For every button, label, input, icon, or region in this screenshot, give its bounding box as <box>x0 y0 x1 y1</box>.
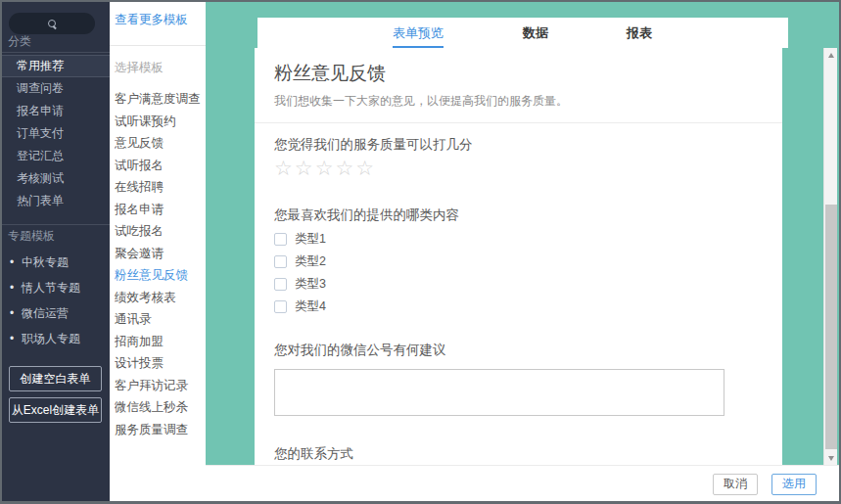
template-list-item[interactable]: 设计投票 <box>115 352 206 375</box>
suggestion-textarea[interactable] <box>274 369 724 416</box>
template-list-item[interactable]: 绩效考核表 <box>115 287 206 309</box>
topics-heading: 专题模板 <box>8 226 104 246</box>
scrollbar-thumb[interactable] <box>825 205 837 449</box>
template-list-item[interactable]: 客户拜访记录 <box>115 375 206 397</box>
sidebar-item-topic[interactable]: 职场人专题 <box>2 326 110 351</box>
checkbox-options: 类型1 类型2 类型3 <box>274 232 763 315</box>
app-window: 分类 常用推荐 调查问卷 报名申请 订单支付 登记汇总 考核测试 热门表单 专题… <box>0 0 841 504</box>
template-list-divider <box>110 45 206 46</box>
star-icon[interactable]: ☆ <box>274 157 295 179</box>
category-nav: 常用推荐 调查问卷 报名申请 订单支付 登记汇总 考核测试 热门表单 <box>2 55 110 212</box>
sidebar-item-category[interactable]: 常用推荐 <box>2 55 110 77</box>
select-template-label: 选择模板 <box>115 58 164 77</box>
star-rating-widget: ☆☆☆☆☆ <box>274 157 763 182</box>
checkbox-icon[interactable] <box>274 300 287 313</box>
template-list-item[interactable]: 粉丝意见反馈 <box>115 264 206 287</box>
template-list-item[interactable]: 通讯录 <box>115 308 206 331</box>
checkbox-option[interactable]: 类型4 <box>274 299 763 315</box>
view-more-templates-link[interactable]: 查看更多模板 <box>115 10 188 29</box>
star-icon[interactable]: ☆ <box>295 157 315 179</box>
form-header-divider <box>255 122 782 123</box>
checkbox-option[interactable]: 类型1 <box>274 232 763 248</box>
preview-pane: 表单预览 数据 报表 粉丝意见反馈 我们想收集一下大家的意见，以便提高我们的服务… <box>206 2 839 465</box>
sidebar-item-category[interactable]: 调查问卷 <box>2 77 110 100</box>
tab-report[interactable]: 报表 <box>614 18 665 48</box>
star-icon[interactable]: ☆ <box>355 157 376 179</box>
categories-heading: 分类 <box>8 31 104 51</box>
sidebar-item-topic[interactable]: 中秋专题 <box>2 250 110 275</box>
template-list-item[interactable]: 招商加盟 <box>115 331 206 353</box>
form-description: 我们想收集一下大家的意见，以便提高我们的服务质量。 <box>274 93 763 110</box>
template-list-item[interactable]: 聚会邀请 <box>115 243 206 265</box>
template-list-item[interactable]: 服务质量调查 <box>115 419 206 441</box>
tab-form-preview[interactable]: 表单预览 <box>377 18 459 48</box>
template-list-item[interactable]: 意见反馈 <box>115 132 206 155</box>
sidebar-item-category[interactable]: 报名申请 <box>2 100 110 122</box>
template-list-item[interactable]: 客户满意度调查 <box>115 88 206 111</box>
template-list-panel: 查看更多模板 选择模板 客户满意度调查 试听课预约 意见反馈 试听报名 在线招聘… <box>110 2 206 501</box>
question-textarea: 您对我们的微信公号有何建议 <box>274 342 763 420</box>
sidebar-item-category[interactable]: 考核测试 <box>2 167 110 190</box>
create-blank-form-button[interactable]: 创建空白表单 <box>9 366 102 391</box>
question-label: 您最喜欢我们的提供的哪类内容 <box>274 206 763 224</box>
question-label: 您的联系方式 <box>274 445 763 463</box>
question-label: 您觉得我们的服务质量可以打几分 <box>274 136 763 154</box>
preview-tabbar: 表单预览 数据 报表 <box>257 18 788 48</box>
sidebar-item-topic[interactable]: 情人节专题 <box>2 275 110 300</box>
sidebar-item-category[interactable]: 订单支付 <box>2 122 110 145</box>
category-sidebar: 分类 常用推荐 调查问卷 报名申请 订单支付 登记汇总 考核测试 热门表单 专题… <box>2 2 110 501</box>
preview-scrollbar[interactable] <box>823 48 837 465</box>
question-rating: 您觉得我们的服务质量可以打几分 ☆☆☆☆☆ <box>274 136 763 182</box>
sidebar-item-topic[interactable]: 微信运营 <box>2 300 110 326</box>
apply-button[interactable]: 选用 <box>771 474 817 495</box>
checkbox-icon[interactable] <box>274 255 287 268</box>
template-list-item[interactable]: 微信线上秒杀 <box>115 396 206 419</box>
template-list-item[interactable]: 在线招聘 <box>115 176 206 199</box>
scroll-up-icon[interactable] <box>824 48 838 62</box>
template-list-item[interactable]: 试听报名 <box>115 155 206 177</box>
create-from-excel-button[interactable]: 从Excel创建表单 <box>9 397 102 423</box>
checkbox-icon[interactable] <box>274 278 287 291</box>
sidebar-divider <box>2 52 110 53</box>
star-icon[interactable]: ☆ <box>335 157 355 179</box>
tab-data[interactable]: 数据 <box>510 18 561 48</box>
template-list-item[interactable]: 试听课预约 <box>115 111 206 133</box>
action-footer: 取消 选用 <box>206 465 839 502</box>
sidebar-divider <box>2 224 110 225</box>
template-list: 客户满意度调查 试听课预约 意见反馈 试听报名 在线招聘 报名申请 试吃报名 聚… <box>115 88 206 440</box>
sidebar-item-category[interactable]: 登记汇总 <box>2 145 110 167</box>
question-checkbox: 您最喜欢我们的提供的哪类内容 类型1 类型2 <box>274 206 763 315</box>
cancel-button[interactable]: 取消 <box>713 474 758 495</box>
star-icon[interactable]: ☆ <box>315 157 336 179</box>
question-label: 您对我们的微信公号有何建议 <box>274 342 763 359</box>
form-title: 粉丝意见反馈 <box>274 62 763 85</box>
sidebar-item-category[interactable]: 热门表单 <box>2 190 110 212</box>
checkbox-option[interactable]: 类型2 <box>274 254 763 270</box>
form-preview-card: 粉丝意见反馈 我们想收集一下大家的意见，以便提高我们的服务质量。 您觉得我们的服… <box>255 48 782 465</box>
scroll-down-icon[interactable] <box>824 451 838 465</box>
template-list-item[interactable]: 试吃报名 <box>115 220 206 243</box>
checkbox-icon[interactable] <box>274 233 287 246</box>
template-list-item[interactable]: 报名申请 <box>115 199 206 221</box>
search-icon <box>48 20 57 28</box>
checkbox-option[interactable]: 类型3 <box>274 277 763 293</box>
question-email: 您的联系方式 如果您需要我们回复您的反馈，可以留下邮箱。 <box>274 445 763 465</box>
topic-nav: 中秋专题 情人节专题 微信运营 职场人专题 <box>2 250 110 351</box>
